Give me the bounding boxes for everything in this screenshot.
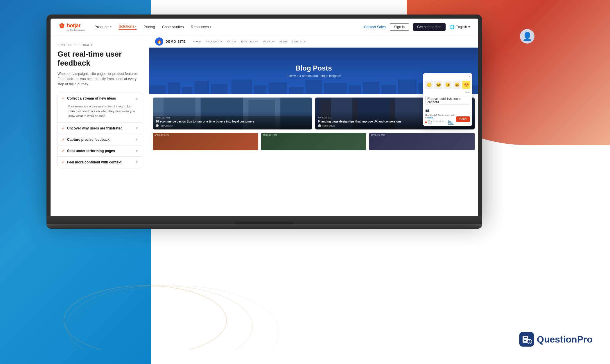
laptop: h hotjar by Contentsquare Products ▾ Sol…: [46, 15, 482, 229]
accordion-header-4[interactable]: ✓ Spot underperforming pages ∨: [58, 145, 142, 156]
try-hotjar-link[interactable]: Try Hotjar: [448, 120, 456, 124]
chevron-down-icon: ∨: [136, 138, 138, 141]
nav-solutions[interactable]: Solutions ▾: [119, 24, 136, 30]
fw-powered-by: Want feedback like this? Try Hotjar: [425, 120, 456, 124]
svg-rect-6: [168, 82, 180, 94]
svg-rect-14: [306, 80, 322, 94]
svg-rect-5: [149, 85, 166, 94]
qp-logo-icon: ?: [521, 334, 532, 345]
fw-emoji-1[interactable]: 😞: [425, 81, 433, 89]
fw-emoji-3[interactable]: 🙂: [444, 81, 452, 89]
check-icon: ✓: [62, 149, 65, 153]
demo-blog-card-1[interactable]: APRIL 28, 2021 10 ecommerce design tips …: [153, 98, 312, 129]
contact-sales-button[interactable]: Contact Sales: [364, 25, 386, 29]
demo-nav-blog[interactable]: BLOG: [279, 40, 287, 43]
fw-emoji-4[interactable]: 😄: [453, 81, 461, 89]
card-author-1: Peter Johnson: [156, 124, 309, 127]
laptop-screen: h hotjar by Contentsquare Products ▾ Sol…: [51, 19, 478, 216]
author-avatar-1: [156, 124, 159, 127]
check-icon: ✓: [62, 160, 65, 164]
svg-rect-17: [363, 82, 380, 94]
avatar-icon: 👤: [522, 32, 532, 41]
small-card-date-2: APRIL 28, 2021: [263, 134, 277, 136]
demo-logo: 🔥 DEMO SITE: [155, 37, 186, 46]
hj-right-panel: 🔥 DEMO SITE HOME PRODUCT ▾ ABOUT MOBILE …: [149, 35, 478, 216]
demo-small-card-1[interactable]: APRIL 28, 2021: [153, 133, 258, 150]
demo-nav-product[interactable]: PRODUCT ▾: [206, 40, 222, 43]
logo-text: hotjar: [67, 23, 80, 29]
demo-nav-links: HOME PRODUCT ▾ ABOUT MOBILE APP SIGN UP …: [193, 40, 306, 43]
hotjar-dot-icon: [425, 121, 427, 123]
fw-send-button[interactable]: Send: [456, 116, 470, 122]
svg-rect-16: [349, 85, 361, 94]
nav-products[interactable]: Products ▾: [94, 25, 112, 29]
demo-nav-mobile[interactable]: MOBILE APP: [241, 40, 258, 43]
page-title: Get real-time user feedback: [58, 50, 142, 68]
logo-sub: by Contentsquare: [67, 29, 85, 31]
fw-send-row: Need help? Get in touch with us here Wan…: [425, 114, 470, 124]
chevron-down-icon: ▾: [210, 25, 211, 28]
accordion-label-3: Capture precise feedback: [67, 138, 136, 142]
check-icon: ✓: [62, 138, 65, 142]
demo-small-card-3[interactable]: APRIL 28, 2021: [369, 133, 475, 150]
chevron-down-icon: ∨: [136, 126, 138, 130]
nav-resources[interactable]: Resources ▾: [191, 25, 211, 29]
demo-nav-about[interactable]: ABOUT: [227, 40, 237, 43]
check-icon: ✓: [62, 126, 65, 130]
fw-close-button[interactable]: ×: [469, 74, 471, 78]
svg-rect-12: [268, 82, 287, 94]
fw-header: ×: [423, 73, 472, 80]
svg-rect-19: [398, 80, 417, 94]
feedback-widget: × 😞 😐 🙂: [423, 73, 472, 126]
demo-small-card-2[interactable]: APRIL 28, 2021: [261, 133, 367, 150]
chevron-down-icon: ∨: [136, 160, 138, 164]
hotjar-icon: h: [59, 22, 65, 29]
page-description: Whether campaigns, site pages, or produc…: [58, 71, 142, 87]
demo-nav-contact[interactable]: CONTACT: [292, 40, 305, 43]
demo-nav-signup[interactable]: SIGN UP: [263, 40, 275, 43]
qp-text: QuestionPro: [537, 334, 593, 345]
fw-emoji-label: Love: [423, 89, 472, 94]
globe-icon: 🌐: [450, 25, 455, 29]
svg-rect-7: [182, 87, 192, 94]
accordion-item-5: ✓ Feel more confident with context ∨: [58, 157, 142, 168]
language-selector[interactable]: 🌐 English ▾: [450, 25, 470, 29]
demo-site: 🔥 DEMO SITE HOME PRODUCT ▾ ABOUT MOBILE …: [149, 35, 478, 216]
camera-icon[interactable]: 📷: [425, 108, 430, 112]
small-card-bg-1: APRIL 28, 2021: [153, 133, 258, 150]
svg-rect-38: [524, 339, 527, 339]
sign-in-button[interactable]: Sign in: [390, 23, 409, 31]
fw-feedback-input[interactable]: Please publish more content: [425, 96, 470, 104]
svg-rect-15: [324, 83, 347, 94]
accordion-header-2[interactable]: ✓ Uncover why users are frustrated ∨: [58, 123, 142, 134]
card-overlay-1: APRIL 28, 2021 10 ecommerce design tips …: [153, 111, 312, 129]
fw-help-area: Need help? Get in touch with us here Wan…: [425, 114, 456, 124]
accordion-header-1[interactable]: ✓ Collect a stream of new ideas ∧: [58, 93, 142, 104]
nav-case-studies[interactable]: Case studies: [162, 25, 184, 29]
demo-nav-home[interactable]: HOME: [193, 40, 201, 43]
svg-rect-39: [524, 340, 526, 341]
accordion-label-5: Feel more confident with context: [67, 160, 136, 164]
accordion-item-3: ✓ Capture precise feedback ∨: [58, 134, 142, 145]
card-title-1: 10 ecommerce design tips to turn one-tim…: [156, 120, 309, 123]
accordion-item-2: ✓ Uncover why users are frustrated ∨: [58, 123, 142, 134]
questionpro-logo: ? QuestionPro: [519, 332, 593, 347]
chevron-up-icon: ∧: [136, 97, 138, 100]
accordion-label-2: Uncover why users are frustrated: [67, 126, 136, 130]
fw-help-link[interactable]: here: [428, 116, 433, 119]
small-card-date-1: APRIL 28, 2021: [155, 134, 169, 136]
get-started-button[interactable]: Get started free: [413, 23, 445, 31]
hj-main: PRODUCT / FEEDBACK Get real-time user fe…: [51, 35, 478, 216]
accordion-label-4: Spot underperforming pages: [67, 149, 136, 153]
hj-logo-top: h hotjar: [59, 22, 85, 29]
hj-nav-links: Products ▾ Solutions ▾ Pricing Case stud…: [94, 24, 364, 30]
accordion-header-3[interactable]: ✓ Capture precise feedback ∨: [58, 134, 142, 145]
accordion-header-5[interactable]: ✓ Feel more confident with context ∨: [58, 157, 142, 168]
accordion-body-1: Your users are a treasure trove of insig…: [58, 104, 142, 122]
chevron-down-icon: ▾: [468, 25, 470, 29]
svg-point-1: [67, 286, 253, 349]
accordion: ✓ Collect a stream of new ideas ∧ Your u…: [58, 93, 142, 168]
fw-emoji-5[interactable]: 😍: [462, 81, 470, 89]
nav-pricing[interactable]: Pricing: [143, 25, 155, 29]
fw-emoji-2[interactable]: 😐: [434, 81, 442, 89]
